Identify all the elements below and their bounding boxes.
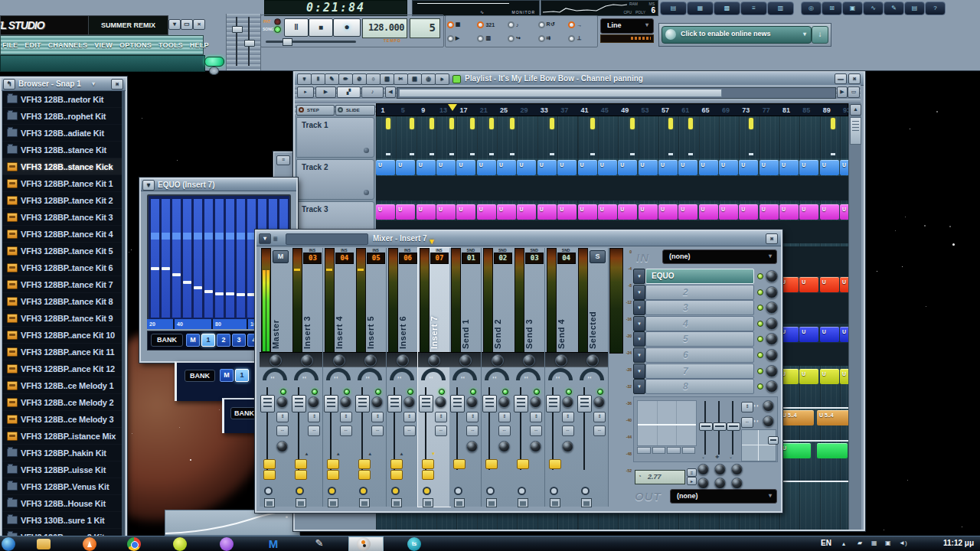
- mute-tool-button[interactable]: ○: [366, 73, 381, 85]
- plugin-window-button[interactable]: [486, 487, 495, 495]
- menu-view[interactable]: VIEW: [94, 41, 113, 49]
- teamspeak-icon[interactable]: ts: [407, 537, 421, 551]
- eq-slider-handle[interactable]: [699, 422, 713, 431]
- record-button[interactable]: ●: [333, 18, 361, 37]
- pattern-clip[interactable]: U 5..4: [817, 410, 848, 425]
- pattern-clip[interactable]: U: [840, 160, 848, 175]
- maximize-button[interactable]: ▭: [181, 19, 193, 30]
- stop-button[interactable]: ■: [309, 18, 333, 37]
- help-button[interactable]: ?: [925, 2, 946, 15]
- menu-options[interactable]: OPTIONS: [119, 41, 152, 49]
- monitor-panel[interactable]: ∿ MONITOR: [412, 0, 540, 16]
- toggle-ring[interactable]: [477, 35, 484, 42]
- pan-knob[interactable]: [530, 396, 541, 408]
- browser-item[interactable]: VFH3 128BP..hakin Kit: [2, 445, 125, 461]
- disk-icon[interactable]: [550, 498, 560, 507]
- disk-icon[interactable]: [454, 498, 465, 507]
- window-menu-icon[interactable]: ≡: [276, 155, 290, 165]
- volume-tray-icon[interactable]: ◄): [899, 540, 907, 546]
- pattern-clip[interactable]: U: [820, 204, 839, 220]
- fx-slot-button[interactable]: [517, 459, 529, 469]
- slot-mix-knob[interactable]: [766, 270, 778, 282]
- fx-slot-1[interactable]: ▾ EQUO: [633, 269, 779, 283]
- pattern-clip[interactable]: U: [779, 204, 799, 220]
- minimize-button[interactable]: —: [835, 73, 847, 84]
- link-button[interactable]: ⇕: [276, 412, 289, 422]
- slot-menu-button[interactable]: ▾: [633, 347, 645, 363]
- browser-item[interactable]: VFH3 128B..adiate Kit: [2, 125, 125, 142]
- stereo-button[interactable]: ⇔: [498, 425, 511, 436]
- pattern-clip[interactable]: U: [497, 204, 516, 220]
- fader-handle[interactable]: [577, 395, 592, 412]
- pan-knob[interactable]: [593, 396, 605, 408]
- pattern-clip[interactable]: U: [396, 204, 415, 220]
- back-icon[interactable]: ↰: [3, 79, 15, 90]
- countdown-toggle[interactable]: 321: [477, 18, 505, 31]
- eq-display[interactable]: [637, 400, 697, 446]
- pattern-clip[interactable]: U: [799, 160, 818, 175]
- slot-menu-button[interactable]: ▾: [633, 331, 645, 347]
- pattern-clip[interactable]: U: [598, 204, 617, 220]
- pan-arc[interactable]: [452, 368, 477, 380]
- show-hidden-icons-button[interactable]: ▴: [842, 540, 845, 547]
- channel-badge[interactable]: S: [590, 250, 606, 263]
- slot-mix-knob[interactable]: [766, 318, 778, 330]
- pan-knob[interactable]: [466, 396, 478, 408]
- stereo-sep-knob[interactable]: [562, 441, 573, 452]
- fx-slot-button[interactable]: [453, 459, 466, 469]
- fx-slot-4[interactable]: ▾ 4: [633, 316, 779, 331]
- pattern-clip[interactable]: [817, 443, 848, 458]
- fx-slot-6[interactable]: ▾ 6: [633, 347, 779, 362]
- fx-slot-button[interactable]: [327, 459, 339, 469]
- slot-body[interactable]: 8: [645, 379, 754, 394]
- sep-knob[interactable]: [763, 416, 774, 427]
- browser-item[interactable]: VFH3 128B..House Kit: [2, 495, 125, 512]
- pattern-clip[interactable]: U: [840, 369, 848, 384]
- slot-body[interactable]: 5: [645, 331, 754, 347]
- pattern-clip[interactable]: U: [639, 204, 658, 220]
- stereo-sep-knob[interactable]: [276, 441, 288, 452]
- slot-mix-knob[interactable]: [766, 380, 778, 393]
- mail-app-icon[interactable]: M: [266, 537, 280, 551]
- toggle-ring[interactable]: [508, 21, 514, 28]
- pattern-clip[interactable]: U: [658, 160, 678, 175]
- pattern-clip[interactable]: U: [799, 327, 818, 342]
- record-ext-button[interactable]: ◎: [801, 2, 822, 15]
- pattern-clip[interactable]: [550, 118, 554, 129]
- browser-item[interactable]: VFH3 128BP..tance Kit 2: [2, 192, 125, 209]
- pan-knob[interactable]: [371, 396, 383, 408]
- browser-item[interactable]: VFH3 128BP..uisse Kit: [2, 461, 125, 478]
- pan-knob[interactable]: [498, 396, 510, 408]
- plugin-window-button[interactable]: [550, 487, 558, 495]
- mixer-channel-insert-4[interactable]: INS 04Insert 4 ◗◖ ⇕ ⇔▲: [323, 248, 355, 507]
- browser-item[interactable]: VFH3 128B..stance Kick: [2, 158, 125, 175]
- eq-band[interactable]: [237, 199, 245, 318]
- browser-titlebar[interactable]: ↰ Browser - Snap 1 ▾ ×: [2, 78, 126, 91]
- bank-button[interactable]: BANK: [151, 334, 183, 347]
- browser-item[interactable]: VFH3 128B..stance Kit: [2, 142, 125, 158]
- mixer-channel-send-1[interactable]: SND 01Send 1 ◗◖ ⇕ ⇔: [449, 248, 482, 507]
- fx-slot-2[interactable]: ▾ 2: [633, 285, 779, 299]
- stereo-button[interactable]: ⇔: [308, 425, 320, 436]
- pattern-clip[interactable]: U: [497, 160, 516, 175]
- link-button[interactable]: ⇕: [562, 412, 574, 422]
- fader-handle[interactable]: [514, 395, 528, 412]
- toggle-ring[interactable]: [568, 21, 575, 28]
- mixer-channel-master[interactable]: MMaster ◗◖ ⇕ ⇔: [260, 248, 292, 507]
- fx-slot-button[interactable]: [390, 459, 403, 469]
- eq-band-level[interactable]: [162, 267, 170, 270]
- slot-menu-button[interactable]: ▾: [633, 379, 645, 394]
- pattern-clip[interactable]: U: [396, 160, 415, 175]
- toggle-ring[interactable]: [568, 35, 575, 42]
- slot-enable-led[interactable]: [757, 336, 763, 342]
- stereo-button[interactable]: ⇔: [371, 425, 384, 436]
- playlist-view-button[interactable]: ▤: [660, 2, 687, 15]
- scroll-up-button[interactable]: ▲: [850, 104, 861, 116]
- menu-help[interactable]: HELP: [190, 41, 209, 49]
- antivirus-tray-icon[interactable]: ▰: [858, 540, 862, 546]
- link-button[interactable]: ⇕: [498, 412, 511, 422]
- pattern-clip[interactable]: [410, 118, 414, 129]
- pattern-clip[interactable]: U: [780, 443, 811, 458]
- slot-body[interactable]: 6: [645, 347, 754, 363]
- stereo-button[interactable]: ⇔: [403, 425, 416, 436]
